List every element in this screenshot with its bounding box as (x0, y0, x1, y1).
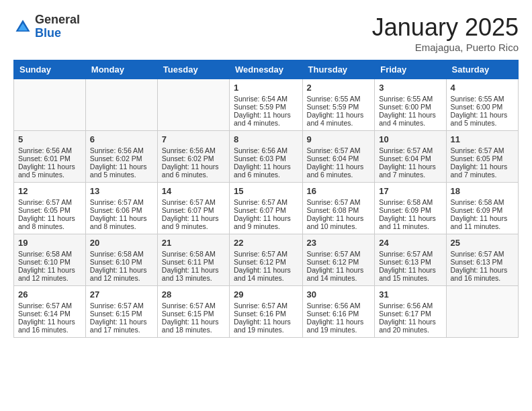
day-info: Sunrise: 6:56 AM (234, 146, 298, 154)
day-info: Sunrise: 6:57 AM (18, 198, 81, 206)
day-info: Sunrise: 6:57 AM (451, 250, 514, 258)
week-row-4: 19Sunrise: 6:58 AMSunset: 6:10 PMDayligh… (14, 234, 519, 286)
day-number: 22 (234, 238, 298, 248)
logo-general: General (35, 13, 80, 26)
day-info: Sunrise: 6:58 AM (18, 250, 81, 258)
day-info: Sunset: 5:59 PM (307, 103, 371, 111)
day-info: Daylight: 11 hours and 4 minutes. (234, 111, 298, 127)
day-cell: 14Sunrise: 6:57 AMSunset: 6:07 PMDayligh… (157, 183, 229, 234)
day-info: Sunrise: 6:56 AM (90, 146, 153, 154)
day-info: Daylight: 11 hours and 19 minutes. (307, 318, 371, 334)
page-header: General Blue January 2025 Emajagua, Puer… (13, 13, 519, 53)
day-info: Sunrise: 6:57 AM (162, 198, 225, 206)
day-cell: 10Sunrise: 6:57 AMSunset: 6:04 PMDayligh… (375, 131, 446, 183)
day-info: Daylight: 11 hours and 7 minutes. (451, 163, 514, 179)
day-number: 8 (234, 134, 298, 144)
day-cell: 5Sunrise: 6:56 AMSunset: 6:01 PMDaylight… (14, 131, 86, 183)
day-number: 29 (234, 289, 298, 300)
day-info: Sunset: 6:13 PM (379, 258, 441, 266)
weekday-header-wednesday: Wednesday (230, 60, 303, 79)
day-cell: 1Sunrise: 6:54 AMSunset: 5:59 PMDaylight… (230, 79, 303, 131)
day-info: Sunset: 6:16 PM (307, 310, 371, 318)
day-info: Sunrise: 6:54 AM (234, 95, 298, 103)
day-info: Sunset: 6:09 PM (379, 206, 441, 214)
day-info: Sunrise: 6:56 AM (379, 302, 441, 310)
day-cell: 11Sunrise: 6:57 AMSunset: 6:05 PMDayligh… (446, 131, 518, 183)
logo: General Blue (13, 13, 80, 40)
day-info: Sunset: 6:12 PM (234, 258, 298, 266)
day-info: Sunrise: 6:57 AM (307, 250, 371, 258)
day-info: Daylight: 11 hours and 13 minutes. (162, 266, 225, 282)
day-info: Sunset: 6:04 PM (379, 154, 441, 163)
day-info: Sunset: 6:05 PM (451, 154, 514, 163)
day-cell: 15Sunrise: 6:57 AMSunset: 6:07 PMDayligh… (230, 183, 303, 234)
day-cell: 29Sunrise: 6:57 AMSunset: 6:16 PMDayligh… (230, 286, 303, 338)
day-info: Sunrise: 6:57 AM (234, 302, 298, 310)
day-info: Daylight: 11 hours and 8 minutes. (90, 214, 153, 230)
day-info: Sunset: 6:08 PM (307, 206, 371, 214)
day-info: Sunset: 6:09 PM (451, 206, 514, 214)
day-number: 5 (18, 134, 81, 144)
day-info: Sunrise: 6:57 AM (18, 302, 81, 310)
day-info: Sunset: 6:00 PM (379, 103, 441, 111)
day-number: 2 (307, 83, 371, 93)
day-info: Daylight: 11 hours and 17 minutes. (90, 318, 153, 334)
day-info: Daylight: 11 hours and 6 minutes. (162, 163, 225, 179)
day-number: 15 (234, 186, 298, 196)
day-cell: 12Sunrise: 6:57 AMSunset: 6:05 PMDayligh… (14, 183, 86, 234)
day-info: Sunset: 6:13 PM (451, 258, 514, 266)
day-number: 13 (90, 186, 153, 196)
day-cell: 21Sunrise: 6:58 AMSunset: 6:11 PMDayligh… (157, 234, 229, 286)
day-info: Sunrise: 6:57 AM (90, 302, 153, 310)
day-info: Sunset: 6:07 PM (162, 206, 225, 214)
day-number: 16 (307, 186, 371, 196)
day-cell: 19Sunrise: 6:58 AMSunset: 6:10 PMDayligh… (14, 234, 86, 286)
day-cell: 30Sunrise: 6:56 AMSunset: 6:16 PMDayligh… (302, 286, 375, 338)
day-info: Daylight: 11 hours and 7 minutes. (379, 163, 441, 179)
weekday-header-tuesday: Tuesday (157, 60, 229, 79)
day-number: 21 (162, 238, 225, 248)
weekday-header-sunday: Sunday (14, 60, 86, 79)
day-number: 23 (307, 238, 371, 248)
day-info: Sunrise: 6:58 AM (162, 250, 225, 258)
weekday-header-saturday: Saturday (446, 60, 518, 79)
day-info: Sunrise: 6:58 AM (379, 198, 441, 206)
day-info: Sunset: 6:15 PM (162, 310, 225, 318)
day-info: Daylight: 11 hours and 12 minutes. (18, 266, 81, 282)
day-info: Sunrise: 6:57 AM (307, 146, 371, 154)
day-info: Sunrise: 6:56 AM (307, 302, 371, 310)
day-cell (157, 79, 229, 131)
day-number: 10 (379, 134, 441, 144)
day-info: Daylight: 11 hours and 9 minutes. (162, 214, 225, 230)
day-number: 19 (18, 238, 81, 248)
day-info: Daylight: 11 hours and 11 minutes. (451, 214, 514, 230)
day-number: 30 (307, 289, 371, 300)
day-cell: 7Sunrise: 6:56 AMSunset: 6:02 PMDaylight… (157, 131, 229, 183)
day-info: Sunrise: 6:55 AM (379, 95, 441, 103)
day-number: 31 (379, 289, 441, 300)
day-info: Daylight: 11 hours and 4 minutes. (307, 111, 371, 127)
day-info: Daylight: 11 hours and 9 minutes. (234, 214, 298, 230)
day-info: Sunrise: 6:55 AM (307, 95, 371, 103)
day-info: Daylight: 11 hours and 5 minutes. (18, 163, 81, 179)
day-cell: 28Sunrise: 6:57 AMSunset: 6:15 PMDayligh… (157, 286, 229, 338)
day-number: 6 (90, 134, 153, 144)
day-number: 4 (451, 83, 514, 93)
day-cell: 20Sunrise: 6:58 AMSunset: 6:10 PMDayligh… (85, 234, 157, 286)
day-info: Sunrise: 6:57 AM (379, 250, 441, 258)
day-info: Sunset: 6:16 PM (234, 310, 298, 318)
day-info: Sunrise: 6:57 AM (307, 198, 371, 206)
day-info: Sunset: 6:05 PM (18, 206, 81, 214)
day-info: Sunset: 6:06 PM (90, 206, 153, 214)
logo-text: General Blue (35, 13, 80, 40)
day-cell: 4Sunrise: 6:55 AMSunset: 6:00 PMDaylight… (446, 79, 518, 131)
day-number: 20 (90, 238, 153, 248)
day-info: Sunset: 6:00 PM (451, 103, 514, 111)
day-info: Sunset: 6:17 PM (379, 310, 441, 318)
day-info: Daylight: 11 hours and 6 minutes. (234, 163, 298, 179)
day-info: Daylight: 11 hours and 20 minutes. (379, 318, 441, 334)
day-info: Sunrise: 6:57 AM (234, 250, 298, 258)
day-info: Sunrise: 6:57 AM (234, 198, 298, 206)
day-info: Daylight: 11 hours and 4 minutes. (379, 111, 441, 127)
day-cell: 18Sunrise: 6:58 AMSunset: 6:09 PMDayligh… (446, 183, 518, 234)
